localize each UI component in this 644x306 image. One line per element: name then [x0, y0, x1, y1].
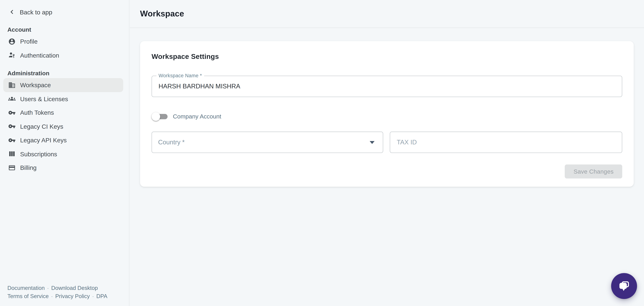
card-title: Workspace Settings [152, 53, 622, 61]
save-changes-button[interactable]: Save Changes [565, 165, 622, 179]
sidebar-item-users-licenses[interactable]: Users & Licenses [0, 92, 129, 106]
sidebar-item-label: Subscriptions [20, 150, 57, 158]
card-actions: Save Changes [152, 165, 622, 179]
sidebar-item-auth-tokens[interactable]: Auth Tokens [0, 106, 129, 119]
footer-row-1: Documentation·Download Desktop [7, 284, 125, 292]
section-title-account: Account [0, 25, 129, 35]
sidebar-item-label: Profile [20, 38, 38, 45]
workspace-name-field: Workspace Name * [152, 76, 622, 97]
footer-row-2: Terms of Service·Privacy Policy·DPA [7, 292, 125, 301]
sidebar-item-label: Legacy API Keys [20, 136, 67, 144]
documentation-link[interactable]: Documentation [7, 285, 44, 291]
sidebar-item-workspace[interactable]: Workspace [3, 78, 123, 92]
building-icon [8, 81, 16, 89]
workspace-name-label: Workspace Name * [156, 73, 204, 79]
country-tax-row: Country * [152, 131, 622, 153]
download-desktop-link[interactable]: Download Desktop [51, 285, 98, 291]
sidebar-item-legacy-api-keys[interactable]: Legacy API Keys [0, 133, 129, 147]
page-header: Workspace [130, 0, 644, 28]
company-account-toggle[interactable] [152, 112, 168, 121]
section-title-administration: Administration [0, 68, 129, 78]
toggle-thumb [152, 112, 160, 121]
footer-separator: · [92, 294, 94, 299]
main-content: Workspace Workspace Settings Workspace N… [130, 0, 644, 306]
dpa-link[interactable]: DPA [96, 293, 107, 299]
account-circle-icon [8, 38, 16, 45]
key-icon [8, 109, 16, 116]
person-key-icon [8, 52, 16, 59]
sidebar-item-authentication[interactable]: Authentication [0, 48, 129, 62]
privacy-policy-link[interactable]: Privacy Policy [55, 293, 90, 299]
back-to-app-label: Back to app [20, 9, 52, 16]
terms-of-service-link[interactable]: Terms of Service [7, 293, 48, 299]
tax-id-field [390, 131, 622, 153]
key-icon [8, 136, 16, 144]
sidebar-footer: Documentation·Download Desktop Terms of … [7, 284, 125, 301]
key-icon [8, 123, 16, 130]
sidebar-item-label: Legacy CI Keys [20, 123, 63, 130]
country-select[interactable]: Country * [152, 131, 383, 153]
page-title: Workspace [140, 9, 184, 19]
credit-card-icon [8, 164, 16, 171]
sidebar-item-billing[interactable]: Billing [0, 161, 129, 175]
sidebar-item-label: Workspace [20, 81, 51, 88]
footer-separator: · [47, 285, 49, 291]
footer-separator: · [51, 294, 53, 299]
chat-fab-button[interactable] [611, 273, 637, 299]
back-to-app-button[interactable]: Back to app [0, 7, 129, 17]
workspace-name-input[interactable] [152, 76, 622, 97]
company-account-row: Company Account [152, 112, 622, 121]
dropdown-arrow-icon [370, 141, 374, 144]
sidebar-item-label: Users & Licenses [20, 95, 68, 102]
sidebar-item-label: Billing [20, 164, 36, 171]
sidebar-item-label: Authentication [20, 52, 59, 59]
people-group-icon [8, 95, 16, 102]
sidebar-item-profile[interactable]: Profile [0, 35, 129, 48]
app: Back to app Account Profile Authenticati… [0, 0, 644, 306]
workspace-settings-card: Workspace Settings Workspace Name * Comp… [140, 41, 634, 187]
chat-icon [617, 279, 631, 293]
sidebar-item-subscriptions[interactable]: Subscriptions [0, 147, 129, 161]
sidebar-item-label: Auth Tokens [20, 109, 54, 116]
sidebar-item-legacy-ci-keys[interactable]: Legacy CI Keys [0, 119, 129, 133]
tax-id-input[interactable] [390, 132, 622, 152]
columns-icon [8, 150, 16, 158]
country-select-label: Country * [158, 139, 185, 146]
chevron-left-icon [8, 8, 16, 16]
sidebar: Back to app Account Profile Authenticati… [0, 0, 130, 306]
company-account-label: Company Account [173, 113, 221, 120]
